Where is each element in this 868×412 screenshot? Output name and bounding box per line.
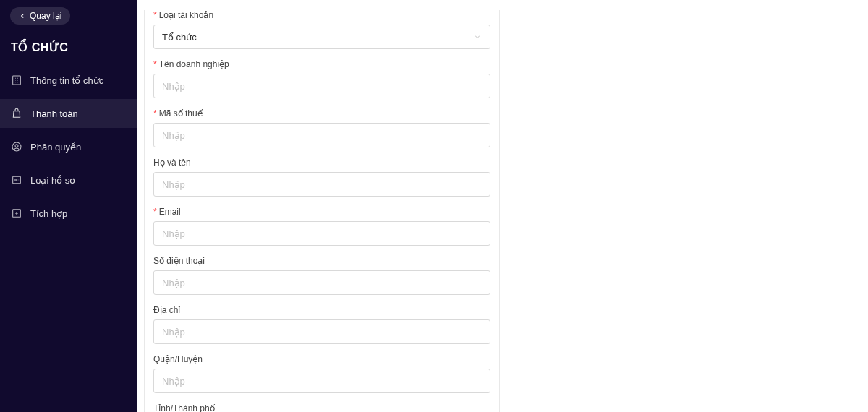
input-address[interactable] [153,319,490,344]
back-button[interactable]: Quay lại [10,7,70,25]
required-marker: * [153,10,157,20]
field-address: Địa chỉ [153,305,490,344]
required-marker: * [153,207,157,217]
sidebar-title: TỔ CHỨC [11,40,137,54]
sidebar-item-label: Thanh toán [30,108,78,119]
field-business-name: *Tên doanh nghiệp [153,59,490,98]
label-business-name: *Tên doanh nghiệp [153,59,490,69]
select-account-type[interactable]: Tổ chức [153,25,490,49]
input-business-name[interactable] [153,74,490,98]
svg-point-10 [14,179,17,181]
svg-point-7 [12,142,21,151]
label-city: Tỉnh/Thành phố [153,403,490,412]
label-address: Địa chỉ [153,305,490,315]
sidebar-item-profile-type[interactable]: Loại hồ sơ [0,166,137,194]
label-phone: Số điện thoại [153,256,490,266]
chevron-down-icon [473,33,482,41]
input-full-name[interactable] [153,172,490,197]
sidebar-item-payment[interactable]: Thanh toán [0,99,137,128]
sidebar-item-permissions[interactable]: Phân quyền [0,132,137,161]
sidebar-item-label: Tích hợp [30,208,67,219]
input-email[interactable] [153,221,490,246]
label-full-name: Họ và tên [153,158,490,168]
form-card: *Loại tài khoản Tổ chức *Tên doanh nghiệ… [144,10,500,412]
sidebar: Quay lại TỔ CHỨC Thông tin tổ chức Thanh… [0,0,137,412]
label-district: Quận/Huyện [153,354,490,364]
input-district[interactable] [153,369,490,393]
sidebar-item-label: Thông tin tổ chức [30,75,103,86]
field-email: *Email [153,207,490,246]
required-marker: * [153,59,157,69]
input-phone[interactable] [153,270,490,295]
profile-type-icon [11,174,22,186]
field-full-name: Họ và tên [153,158,490,197]
field-district: Quận/Huyện [153,354,490,393]
sidebar-item-label: Loại hồ sơ [30,175,75,186]
chevron-left-icon [19,12,26,20]
input-tax-code[interactable] [153,123,490,147]
sidebar-item-label: Phân quyền [30,142,81,153]
field-city: Tỉnh/Thành phố [153,403,490,412]
bag-icon [11,108,22,119]
required-marker: * [153,108,157,119]
svg-rect-0 [13,76,21,85]
sidebar-item-org-info[interactable]: Thông tin tổ chức [0,66,137,95]
main-content: *Loại tài khoản Tổ chức *Tên doanh nghiệ… [137,0,868,412]
label-account-type: *Loại tài khoản [153,10,490,20]
svg-point-8 [15,145,18,147]
label-email: *Email [153,207,490,217]
sidebar-item-integration[interactable]: Tích hợp [0,199,137,228]
back-button-label: Quay lại [30,11,61,21]
field-tax-code: *Mã số thuế [153,108,490,147]
plus-square-icon [11,207,22,219]
user-circle-icon [11,141,22,153]
select-value: Tổ chức [162,32,197,43]
building-icon [11,74,22,86]
field-account-type: *Loại tài khoản Tổ chức [153,10,490,49]
label-tax-code: *Mã số thuế [153,108,490,119]
field-phone: Số điện thoại [153,256,490,295]
